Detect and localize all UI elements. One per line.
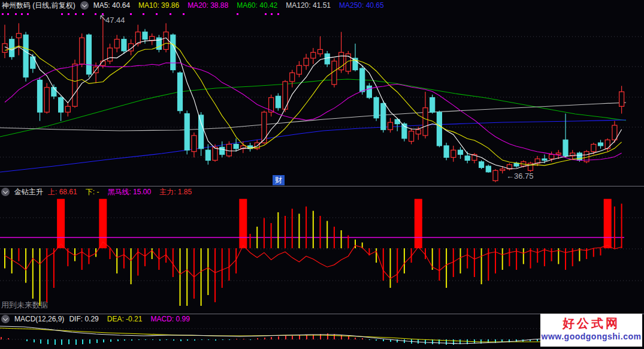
ma-long-lines [0,79,626,172]
macd-title: MACD(12,26,9) [14,314,64,324]
trading-app-window: 神州数码 (日线,前复权) MA5: 40.64 MA10: 39.86 MA2… [0,0,644,349]
ma10-readout: MA10: 39.86 [138,1,179,10]
chevron-down-icon[interactable] [1,315,10,323]
macd-readout: MACD: 0.99 [150,314,189,324]
ma250-readout: MA250: 40.65 [339,1,384,10]
chart-canvas[interactable] [0,0,644,349]
dif-readout: DIF: 0.29 [69,314,98,324]
main-panel-gridlines [0,37,644,157]
xia-readout: 下: - [86,187,99,197]
signal-dots [2,13,279,15]
panel-divider[interactable] [0,186,644,186]
symbol-title: 神州数码 (日线,前复权) [2,1,75,10]
shang-readout: 上: 68.61 [48,187,77,197]
ma20-readout: MA20: 38.88 [188,1,228,10]
main-header: 神州数码 (日线,前复权) MA5: 40.64 MA10: 39.86 MA2… [2,1,392,10]
ime-cai-overlay[interactable]: 财 [273,175,285,185]
low-price-annotation: ←36.75 [506,172,534,180]
heimaxian-readout: 黑马线: 15.00 [107,187,151,197]
jzzs-title: 金钻主升 [14,187,43,197]
macd-header: MACD(12,26,9) DIF: 0.29 DEA: -0.21 MACD:… [1,314,198,324]
dea-readout: DEA: -0.21 [107,314,143,324]
jzzs-indicator-graphics [0,199,644,306]
chevron-down-icon[interactable] [1,188,10,196]
chevron-down-icon[interactable] [80,1,89,10]
jzzs-header: 金钻主升 上: 68.61 下: - 黑马线: 15.00 主力: 1.85 [1,187,200,197]
zhuli-readout: 主力: 1.85 [159,187,192,197]
logo-url: www.goodgongshi.com [540,332,642,341]
logo-title: 好公式网 [540,315,642,332]
goodgongshi-logo: 好公式网 www.goodgongshi.com [540,314,642,347]
ma5-readout: MA5: 40.64 [93,1,130,10]
high-price-annotation: 47.44 [105,16,125,25]
ma60-readout: MA60: 40.42 [237,1,277,10]
ma120-readout: MA120: 41.51 [286,1,331,10]
